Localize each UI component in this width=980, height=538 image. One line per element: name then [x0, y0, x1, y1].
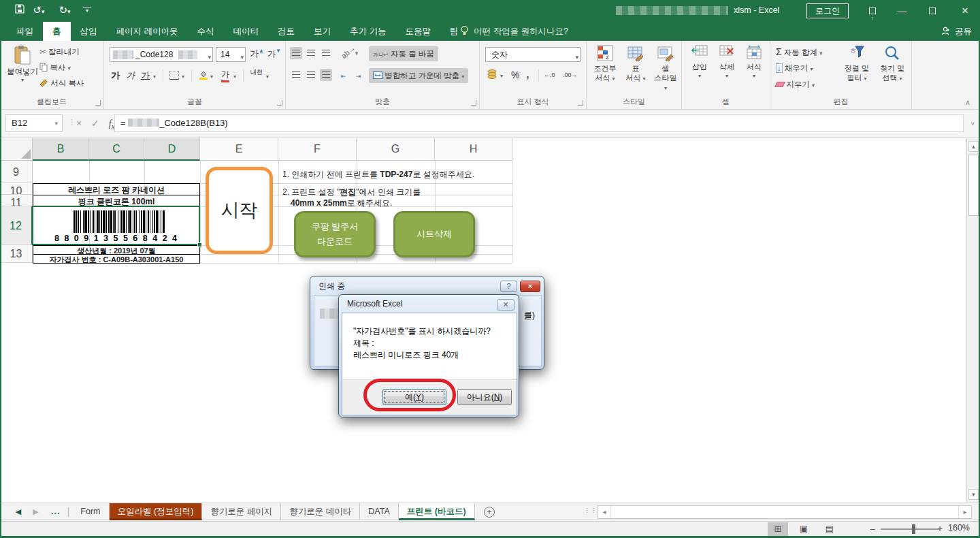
align-right-button[interactable]	[320, 69, 332, 81]
insert-cells-button[interactable]: 삽입▾	[687, 45, 712, 81]
number-dialog-launcher[interactable]	[578, 100, 583, 106]
page-break-view-button[interactable]: ▤	[819, 522, 840, 536]
font-name-combo[interactable]: _Code128 ▾	[110, 47, 213, 62]
borders-dropdown[interactable]: ▾	[182, 74, 184, 80]
column-header-G[interactable]: G	[357, 138, 435, 161]
fill-color-button[interactable]	[198, 69, 208, 81]
login-button[interactable]: 로그인	[806, 3, 849, 18]
increase-indent-button[interactable]: ⇥	[354, 69, 366, 81]
select-all-corner[interactable]	[0, 138, 33, 161]
zoom-in-button[interactable]: +	[937, 523, 943, 534]
merge-center-button[interactable]: 병합하고 가운데 맞춤 ▾	[369, 68, 468, 83]
ribbon-tab-7[interactable]: 보기	[304, 22, 340, 41]
enter-formula-icon[interactable]: ✓	[91, 118, 99, 129]
ribbon-display-options-icon[interactable]: ↑	[859, 0, 886, 22]
row-header-10[interactable]: 10	[0, 183, 33, 195]
column-header-E[interactable]: E	[200, 138, 278, 161]
alert-close-button[interactable]: ✕	[497, 299, 514, 311]
find-select-button[interactable]: 찾기 및선택 ▾	[875, 45, 909, 84]
delete-cells-button[interactable]: 삭제▾	[715, 45, 739, 81]
normal-view-button[interactable]: ⊞	[768, 522, 788, 536]
cell-product-name[interactable]: 레스쁘리 로즈 팜 카네이션	[33, 185, 200, 196]
ribbon-tab-2[interactable]: 삽입	[71, 22, 107, 41]
sort-filter-button[interactable]: ㅎ 정렬 및필터 ▾	[840, 45, 874, 84]
italic-button[interactable]: 가	[126, 69, 135, 82]
save-icon[interactable]	[12, 3, 27, 18]
orientation-button[interactable]: ab→	[340, 44, 357, 60]
start-button[interactable]: 시작	[206, 167, 273, 254]
row-header-11[interactable]: 11	[0, 195, 33, 206]
ribbon-tab-8[interactable]: 추가 기능	[340, 22, 395, 41]
zoom-slider-track[interactable]	[881, 528, 941, 530]
alignment-dialog-launcher[interactable]	[471, 100, 476, 106]
shrink-font-button[interactable]: 가▼	[267, 48, 281, 60]
row-header-9[interactable]: 9	[0, 161, 33, 183]
page-layout-view-button[interactable]: ▣	[794, 522, 814, 536]
no-button[interactable]: 아니요(N)	[457, 389, 512, 405]
sheet-tab-5[interactable]: 프린트 (바코드)	[399, 503, 475, 520]
tabbar-resize-handle[interactable]: ⋮⋮	[584, 507, 598, 513]
column-header-D[interactable]: D	[144, 138, 200, 161]
ribbon-tab-file[interactable]: 파일	[7, 22, 43, 41]
font-color-dropdown[interactable]: ▾	[233, 74, 236, 80]
sheet-nav-more[interactable]: ...	[51, 507, 60, 516]
column-header-B[interactable]: B	[33, 138, 89, 161]
clear-button[interactable]: 지우기 ▾	[776, 80, 815, 90]
column-header-H[interactable]: H	[435, 138, 512, 161]
ribbon-tab-4[interactable]: 수식	[187, 22, 223, 41]
expand-formula-bar-button[interactable]: ˅	[967, 115, 979, 133]
horizontal-scrollbar[interactable]: ◂ ▸	[598, 505, 972, 519]
column-header-F[interactable]: F	[278, 138, 357, 161]
row-header-12[interactable]: 12	[0, 206, 33, 245]
cut-button[interactable]: ✂ 잘라내기	[39, 47, 80, 57]
hscroll-right-arrow[interactable]: ▸	[958, 506, 971, 518]
underline-dropdown[interactable]: ▾	[153, 74, 156, 80]
grow-font-button[interactable]: 가▲	[250, 48, 264, 60]
column-header-C[interactable]: C	[89, 138, 144, 161]
ribbon-tab-5[interactable]: 데이터	[223, 22, 268, 41]
align-left-button[interactable]	[290, 69, 302, 81]
ribbon-tab-3[interactable]: 페이지 레이아웃	[107, 22, 188, 41]
comma-style-button[interactable]: ,	[526, 67, 529, 81]
share-button[interactable]: 공유	[941, 22, 972, 41]
wrap-text-button[interactable]: 가나↩ 자동 줄 바꿈	[369, 46, 438, 61]
help-button[interactable]: ?	[500, 281, 517, 292]
coupang-download-button[interactable]: 쿠팡 발주서다운로드	[294, 211, 376, 257]
undo-button[interactable]: ↺▾	[31, 3, 46, 18]
sheet-tab-1[interactable]: 오일라벨 (정보입력)	[110, 503, 203, 520]
collapse-ribbon-button[interactable]: ∧	[965, 98, 970, 107]
zoom-slider-thumb[interactable]	[912, 524, 915, 534]
zoom-level-label[interactable]: 160%	[948, 523, 970, 533]
sheet-tab-0[interactable]: Form	[72, 503, 109, 520]
font-color-button[interactable]: 가	[221, 69, 229, 82]
font-dialog-launcher[interactable]	[277, 100, 282, 106]
maximize-button[interactable]	[919, 0, 946, 22]
delete-sheet-button[interactable]: 시트삭제	[393, 211, 475, 257]
scroll-up-arrow[interactable]: ▲	[968, 141, 979, 152]
name-box[interactable]: B12▾	[5, 114, 63, 132]
tell-me-box[interactable]: 어떤 작업을 원하시나요?	[460, 22, 568, 41]
decrease-decimal-button[interactable]: .00→	[563, 72, 578, 78]
align-top-button[interactable]	[290, 47, 302, 59]
row-header-13[interactable]: 13	[0, 245, 33, 263]
accounting-dropdown[interactable]: ▾	[500, 73, 503, 79]
formula-input[interactable]: = _Code128B(B13)	[114, 114, 964, 132]
printing-close-button[interactable]: ×	[520, 281, 540, 292]
underline-button[interactable]: 가	[141, 69, 150, 82]
bold-button[interactable]: 가	[111, 69, 120, 82]
fill-color-dropdown[interactable]: ▾	[210, 74, 213, 80]
zoom-out-button[interactable]: −	[870, 524, 875, 535]
vertical-scrollbar[interactable]: ▲ ▼	[966, 138, 980, 503]
align-bottom-button[interactable]	[320, 47, 332, 59]
paste-button[interactable]: 붙여넣기 ▾	[7, 45, 38, 83]
number-format-combo[interactable]: 숫자▾	[485, 47, 581, 62]
customize-qat-button[interactable]: ▾	[83, 7, 91, 15]
increase-decimal-button[interactable]: ←.0	[544, 72, 555, 78]
format-cells-button[interactable]: 서식▾	[742, 45, 766, 81]
copy-button[interactable]: 복사 ▾	[39, 63, 70, 73]
cell-inspection-number[interactable]: 자가검사 번호 : C-A09B-A303001-A150	[33, 255, 200, 265]
accounting-format-button[interactable]	[487, 69, 497, 80]
add-sheet-button[interactable]: +	[484, 507, 495, 518]
sheet-tab-4[interactable]: DATA	[360, 503, 398, 520]
align-middle-button[interactable]	[305, 47, 317, 59]
